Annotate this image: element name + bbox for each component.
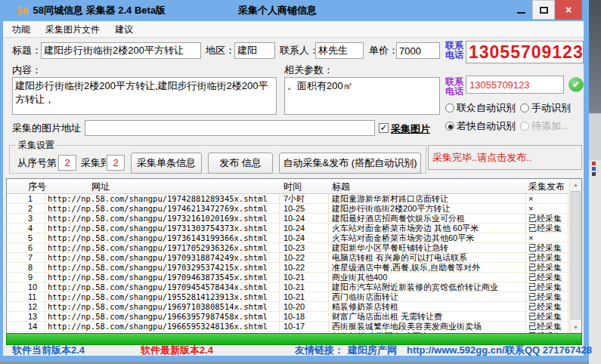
collect-images-checkbox[interactable]: ✓ (379, 123, 389, 133)
scroll-down-icon[interactable]: ▼ (570, 322, 581, 333)
current-version-text: 软件当前版本2.4 (12, 345, 85, 356)
cell-seq: 7 (28, 253, 45, 262)
cell-status: × (528, 204, 568, 213)
to-input[interactable] (107, 155, 125, 171)
background-dot (592, 162, 596, 165)
cell-url: http://np.58.com/shangpu/19709454578434x… (48, 282, 276, 292)
header-time[interactable]: 时间 (283, 179, 302, 194)
check-icon: ✓ (379, 122, 387, 133)
close-button[interactable]: × (555, 0, 582, 20)
image-url-label: 采集的图片地址： (12, 120, 91, 137)
site-url-link[interactable]: http://www.592gg.cn/ (407, 345, 505, 356)
verify-button[interactable]: ✔ (568, 77, 584, 92)
cell-title: 建阳步行街临街2楼200平方转让 (332, 204, 524, 213)
radio-lianzhong-auto[interactable]: 联众自动识别 (445, 101, 516, 115)
menu-item-function[interactable]: 功能 (3, 21, 38, 38)
cell-status: 已经采集 (528, 214, 568, 223)
table-row[interactable]: 8http://np.58.com/shangpu/19703295374215… (7, 263, 569, 273)
links-label: 友情链接： (295, 345, 344, 356)
vertical-scrollbar[interactable]: ▲ ▼ (569, 179, 581, 333)
collect-settings-group: 采集设置 从序号第 采集到 采集单条信息 发布 信息 自动采集&发布 (搭配自动… (9, 139, 426, 174)
title-input[interactable] (41, 42, 201, 59)
cell-seq: 2 (28, 204, 45, 213)
header-url[interactable]: 网址 (91, 179, 110, 194)
maximize-button[interactable] (532, 0, 555, 20)
cell-title: 电脑店转租 有兴趣的可以打电话联系 (332, 253, 524, 262)
scroll-up-icon[interactable]: ▲ (570, 179, 581, 190)
table-row[interactable]: 4http://np.58.com/shangpu/19731303754373… (7, 224, 569, 233)
client-area: 功能 采集图片文件 建议 标题： 地区： 联系人： 单价： 联系电话 13055… (3, 21, 584, 356)
cell-seq: 13 (28, 312, 45, 321)
cell-time: 10-21 (283, 273, 327, 282)
cell-url: http://np.58.com/shangpu/19732161020169x… (48, 214, 276, 223)
cell-time: 10-25 (283, 204, 327, 213)
cell-title: 准星级酒店中餐,西餐,娱乐,自助餐等对外 (332, 263, 524, 272)
phone-input[interactable] (466, 76, 564, 94)
minimize-icon (517, 12, 525, 14)
auto-collect-publish-button[interactable]: 自动采集&发布 (搭配自动识别) (279, 153, 421, 174)
site-link[interactable]: 建阳房产网 (348, 345, 397, 356)
table-row[interactable]: 11http://np.58.com/shangpu/1955281412391… (7, 292, 569, 302)
cell-time: 10-20 (283, 302, 327, 311)
radio-ruokuai-auto[interactable]: 若快自动识别 (445, 119, 516, 133)
header-seq[interactable]: 序号 (28, 179, 46, 194)
radio-label: 待添加... (531, 119, 569, 133)
price-label: 单价： (369, 42, 398, 59)
header-title[interactable]: 标题 (332, 179, 350, 194)
radio-label: 手动识别 (531, 101, 571, 115)
image-url-input[interactable] (85, 120, 375, 136)
menu-item-suggestion[interactable]: 建议 (107, 21, 141, 38)
cell-url: http://np.58.com/shangpu/19736143199366x… (48, 233, 276, 242)
table-row[interactable]: 9http://np.58.com/shangpu/19709463873545… (7, 273, 569, 282)
cell-status: 已经采集 (528, 282, 568, 292)
region-input[interactable] (234, 42, 275, 59)
cell-seq: 3 (28, 214, 45, 223)
cell-status: × (528, 233, 568, 242)
header-status[interactable]: 采集发布 (528, 179, 565, 194)
app-window: 58 58同城信息 采集器 2.4 Beta版 采集个人商铺信息 × 功能 采集… (0, 0, 589, 362)
contact-input[interactable] (315, 42, 364, 59)
menu-item-collect-image-files[interactable]: 采集图片文件 (38, 21, 107, 38)
cell-time: 10-24 (283, 214, 327, 223)
table-row[interactable]: 7http://np.58.com/shangpu/19709318874249… (7, 253, 569, 263)
publish-button[interactable]: 发布 信息 (208, 153, 273, 174)
minimize-button[interactable] (510, 0, 532, 20)
params-textarea[interactable]: 。面积有200㎡ (284, 77, 440, 115)
table-row[interactable]: 14http://np.58.com/shangpu/1966595324813… (7, 322, 569, 332)
cell-title: 建阳童游新华新村路口店面转让 (332, 194, 524, 203)
table-row[interactable]: 6http://np.58.com/shangpu/19717052936326… (7, 243, 569, 253)
price-input[interactable] (396, 42, 440, 59)
from-seq-input[interactable] (58, 155, 76, 171)
cell-time: 10-23 (283, 243, 327, 252)
content-textarea[interactable]: 建阳步行街临街2楼200平方转让,建阳步行街临街2楼200平方转让， (12, 77, 277, 115)
cell-title: 火车站对面金桥菜市场旁边其他60平米 (332, 233, 524, 242)
cell-time: 10-21 (283, 282, 327, 292)
table-row[interactable]: 10http://np.58.com/shangpu/1970945457843… (7, 282, 569, 292)
cell-status: 已经采集 (528, 302, 568, 311)
collect-images-label: 采集图片 (391, 122, 430, 136)
phone-label-2: 联系电话 (444, 77, 465, 97)
cell-time: 10-18 (283, 312, 327, 321)
cell-seq: 12 (28, 302, 45, 311)
cell-url: http://np.58.com/shangpu/19717052936326x… (48, 243, 276, 252)
cell-seq: 5 (28, 233, 45, 242)
latest-version-text: 软件最新版本2.4 (141, 345, 213, 356)
table-row[interactable]: 3http://np.58.com/shangpu/19732161020169… (7, 214, 569, 224)
table-row[interactable]: 2http://np.58.com/shangpu/19746213472769… (7, 204, 569, 214)
cell-url: http://np.58.com/shangpu/19663957987458x… (48, 312, 276, 321)
collect-settings-legend: 采集设置 (16, 139, 57, 152)
cell-status: 已经采集 (528, 224, 568, 233)
title-bar[interactable]: 58 58同城信息 采集器 2.4 Beta版 采集个人商铺信息 × (0, 0, 589, 21)
radio-label: 联众自动识别 (457, 101, 516, 115)
table-row[interactable]: 1http://np.58.com/shangpu/19742881289345… (7, 194, 569, 204)
table-row[interactable]: 5http://np.58.com/shangpu/19736143199366… (7, 233, 569, 243)
radio-manual[interactable]: 手动识别 (520, 101, 571, 115)
cell-status: 已经采集 (528, 273, 568, 282)
table-row[interactable]: 13http://np.58.com/shangpu/1966395798745… (7, 312, 569, 322)
scrollbar-thumb[interactable] (571, 191, 581, 319)
content-label: 内容： (12, 62, 42, 79)
collect-single-button[interactable]: 采集单条信息 (131, 153, 202, 174)
cell-time: 10-22 (283, 263, 327, 272)
table-header: 序号 网址 时间 标题 采集发布 (7, 179, 569, 194)
table-row[interactable]: 12http://np.58.com/shangpu/1969710380851… (7, 302, 569, 312)
